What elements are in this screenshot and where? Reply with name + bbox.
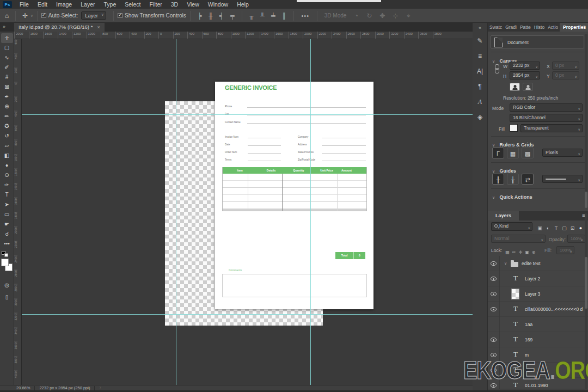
align-bottom-edges-icon[interactable]: ╨ [257,13,268,19]
height-field[interactable]: 2854 px [510,71,540,79]
more-options-icon[interactable]: ••• [298,13,313,19]
distribute-vertical-centers-icon[interactable]: ╧ [268,13,279,19]
3d-panel-icon[interactable]: ◈ [474,111,486,123]
panel-tab[interactable]: Gradi [504,23,518,32]
panel-tab[interactable]: Histo [532,23,546,32]
home-icon[interactable]: ⌂ [2,12,11,20]
expand-panels-icon[interactable]: « [473,25,487,30]
horizontal-guide[interactable] [22,114,473,115]
menu-item[interactable]: 3D [167,0,182,9]
panel-tab[interactable]: Actio [546,23,560,32]
edit-toolbar-icon[interactable]: ••• [1,239,13,249]
distribute-horizontal-centers-icon[interactable]: ║ [279,13,290,19]
align-vertical-centers-icon[interactable]: ╥ [246,13,257,19]
close-tab-icon[interactable]: × [97,24,100,30]
pen-tool[interactable]: ✑ [1,180,13,190]
lock-guides-button[interactable]: ╁ [507,174,519,185]
panel-menu-icon[interactable]: ≡ [583,24,586,30]
menu-item[interactable]: Help [232,0,253,9]
group-chevron-icon[interactable]: ∨ [504,261,507,266]
document-row[interactable]: Document [491,35,584,48]
paragraph-panel-icon[interactable]: ¶ [474,81,486,93]
filter-type-layers-icon[interactable]: T [552,224,560,232]
layer-row[interactable]: T cilla0000000...<<<<<<<<0 d [488,302,588,317]
layer-visibility-cell[interactable] [488,332,500,347]
lock-image-pixels-icon[interactable]: ✏ [511,248,517,256]
document-tab[interactable]: Italy id.psd @ 20.7% (RGB/16) *× [14,23,105,32]
lock-transparent-pixels-icon[interactable]: ▦ [504,248,511,256]
toggle-pixel-grid-button[interactable]: ▩ [522,148,534,158]
quick-selection-tool[interactable]: ✐ [1,63,13,72]
frame-tool[interactable]: ⊠ [1,82,13,92]
hand-tool[interactable]: ☛ [1,219,13,229]
layers-scrollbar[interactable] [585,213,587,389]
panel-tab[interactable]: Swatc [488,23,504,32]
vertical-guide[interactable] [310,39,311,385]
show-transform-checkbox[interactable] [118,13,125,19]
filter-smart-objects-icon[interactable]: ⊡ [568,224,577,232]
layer-visibility-cell[interactable] [488,271,500,286]
lock-all-icon[interactable]: ⊗ [530,248,537,256]
crop-tool[interactable]: # [1,72,13,82]
align-top-edges-icon[interactable]: ╤ [227,13,238,19]
quick-mask-icon[interactable]: ◎ [1,280,13,290]
lock-position-icon[interactable]: ✛ [517,248,524,256]
glyphs-panel-icon[interactable]: A [474,96,486,108]
auto-select-target-dropdown[interactable]: Layer [81,11,106,20]
swap-colors-icon[interactable] [4,253,8,257]
toggle-guides-button[interactable]: ╂ [492,174,504,185]
color-mode-dropdown[interactable]: RGB Color [510,103,583,112]
link-dimensions-icon[interactable] [494,64,499,73]
eraser-tool[interactable]: ▱ [1,141,13,151]
foreground-color-swatch[interactable] [1,259,9,266]
layer-filter-dropdown[interactable]: Kind ∨ [491,222,532,231]
character-panel-icon[interactable]: A| [474,65,486,77]
vertical-ruler[interactable]: 6004002000200400600800100012001400160018… [14,39,22,385]
gradient-tool[interactable]: ◧ [1,151,13,161]
toggle-rulers-button[interactable]: Γ [492,148,504,158]
menu-item[interactable]: Image [52,0,76,9]
fill-dropdown[interactable]: Transparent [520,124,583,132]
ruler-units-dropdown[interactable]: Pixels [542,149,583,157]
lasso-tool[interactable]: ∿ [1,53,13,63]
rectangular-marquee-tool[interactable]: ▢ [1,43,13,53]
rectangle-tool[interactable]: ▭ [1,210,13,219]
menu-item[interactable]: Layer [76,0,99,9]
history-brush-tool[interactable]: ↺ [1,131,13,141]
filter-toggle-icon[interactable]: ● [577,224,585,232]
layer-row[interactable]: T 1aa [488,317,588,332]
move-tool[interactable]: ✛ [1,33,13,43]
canvas-area[interactable]: GENERIC INVOICE Phone Fax Contact Name I… [22,39,473,385]
portrait-orientation-button[interactable] [510,83,520,91]
layer-row[interactable]: T 129 [488,363,588,378]
filter-shape-layers-icon[interactable]: ▢ [560,224,568,232]
menu-item[interactable]: Select [120,0,145,9]
quick-actions-section-header[interactable]: ∨ Quick Actions [492,191,532,201]
vertical-guide[interactable] [176,39,176,385]
menu-item[interactable]: Filter [145,0,166,9]
path-selection-tool[interactable]: ➤ [1,200,13,210]
healing-brush-tool[interactable]: ⊕ [1,102,13,112]
layer-visibility-cell[interactable] [488,378,500,389]
lock-artboard-icon[interactable]: ▣ [524,248,530,256]
toggle-grid-button[interactable]: ▦ [507,148,519,158]
type-tool[interactable]: T [1,190,13,200]
layer-row[interactable]: T 169 [488,332,588,347]
edit-guides-button[interactable]: ⇄ [522,174,534,185]
properties-scrollbar[interactable] [585,34,587,208]
menu-item[interactable]: Type [99,0,120,9]
layer-visibility-cell[interactable] [488,286,500,302]
layer-visibility-cell[interactable] [488,302,500,317]
menu-item[interactable]: Edit [33,0,52,9]
eyedropper-tool[interactable]: ✒ [1,92,13,102]
dodge-tool[interactable]: ⊖ [1,170,13,180]
filter-adjustment-layers-icon[interactable]: ◐ [544,224,552,232]
guide-style-dropdown[interactable]: ∨ [542,175,583,183]
horizontal-guide[interactable] [22,314,473,315]
layer-row[interactable]: T Layer 3 [488,286,588,302]
layer-row[interactable]: T m [488,347,588,363]
align-left-edges-icon[interactable]: ╞ [194,13,205,19]
menu-item[interactable]: Window [204,0,232,9]
layer-row[interactable]: T 01.01.1990 [488,378,588,389]
layer-row[interactable]: ∨ T edite text [488,256,588,271]
